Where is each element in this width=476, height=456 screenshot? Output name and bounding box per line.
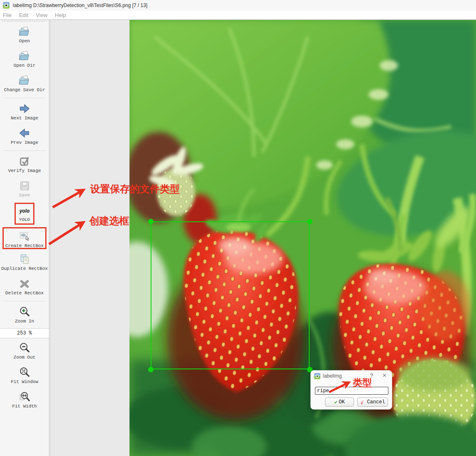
toolbar-label: Create RectBox — [5, 243, 44, 248]
toolbar-button-verify-image[interactable]: Verify Image — [0, 153, 49, 177]
zoom-level-spinbox[interactable]: 253 % — [0, 328, 49, 338]
toolbar-label: Zoom In — [15, 319, 34, 324]
menu-bar: File Edit View Help — [0, 11, 476, 19]
toolbar-label: Fit Width — [12, 404, 37, 409]
menu-edit[interactable]: Edit — [19, 12, 28, 18]
toolbar-button-open[interactable]: Open — [0, 23, 49, 47]
folder-save-icon — [18, 74, 31, 87]
toolbar-button-change-save-dir[interactable]: Change Save Dir — [0, 72, 49, 96]
create-rectbox-icon — [18, 230, 31, 243]
toolbar-label: YOLO — [19, 217, 30, 222]
rectbox-handle-topleft[interactable] — [148, 219, 154, 224]
checkbox-icon — [18, 155, 31, 167]
toolbar-button-duplicate-rectbox[interactable]: Duplicate RectBox — [0, 250, 49, 275]
toolbar-label: Zoom Out — [14, 355, 36, 360]
toolbar-button-delete-rectbox[interactable]: Delete RectBox — [0, 275, 49, 299]
labelimg-window: labelImg D:\StrawberryDetection_v8\TestF… — [0, 0, 476, 456]
toolbar-button-create-rectbox[interactable]: Create RectBox — [2, 227, 46, 249]
toolbar-button-prev-image[interactable]: Prev Image — [0, 124, 49, 149]
zoom-in-icon — [18, 306, 31, 318]
toolbar-label: Duplicate RectBox — [1, 266, 48, 271]
toolbar-button-fit-width[interactable]: Fit Width — [0, 388, 49, 412]
folder-open-dir-icon — [18, 50, 31, 62]
dialog-help-button[interactable]: ? — [370, 372, 373, 379]
app-icon — [3, 2, 10, 9]
cancel-arrow-icon — [360, 400, 366, 405]
arrow-right-icon — [18, 102, 31, 115]
tools-dock: Open Open Dir Change Save Dir Next Ima — [0, 20, 49, 456]
rectbox-handle-bottomleft[interactable] — [148, 367, 154, 372]
menu-view[interactable]: View — [36, 12, 47, 18]
toolbar-button-zoom-out[interactable]: Zoom Out — [0, 339, 49, 364]
cancel-button[interactable]: Cancel — [357, 398, 388, 407]
toolbar-button-format-yolo[interactable]: yolo YOLO — [15, 203, 34, 225]
cancel-button-label: Cancel — [367, 399, 385, 405]
toolbar-button-save[interactable]: Save — [0, 177, 49, 201]
title-bar: labelImg D:\StrawberryDetection_v8\TestF… — [0, 0, 476, 11]
label-dialog: labelImg ? ✕ ✔ OK Cancel — [310, 370, 392, 410]
zoom-out-icon — [18, 342, 31, 354]
zoom-level-value: 253 % — [17, 330, 32, 336]
folder-open-icon — [18, 25, 31, 38]
toolbar-button-next-image[interactable]: Next Image — [0, 100, 49, 124]
delete-x-icon — [18, 277, 31, 290]
duplicate-rectbox-icon — [18, 253, 31, 265]
toolbar-button-fit-window[interactable]: Fit Window — [0, 364, 49, 388]
ok-button-label: OK — [339, 399, 344, 405]
dialog-app-icon — [314, 373, 320, 379]
toolbar-label: Change Save Dir — [4, 87, 45, 92]
toolbar-button-open-dir[interactable]: Open Dir — [0, 47, 49, 72]
toolbar-label: Next Image — [11, 116, 38, 121]
dialog-title-bar: labelImg ? ✕ — [311, 371, 392, 381]
ok-button[interactable]: ✔ OK — [325, 398, 354, 407]
menu-help[interactable]: Help — [55, 12, 66, 18]
check-icon: ✔ — [334, 399, 337, 405]
toolbar-label: Delete RectBox — [5, 291, 44, 296]
rectbox-annotation[interactable] — [151, 221, 310, 369]
window-title: labelImg D:\StrawberryDetection_v8\TestF… — [13, 2, 147, 8]
toolbar-separator — [3, 150, 46, 151]
toolbar-separator — [3, 301, 46, 301]
yolo-format-icon: yolo — [20, 206, 30, 216]
menu-file[interactable]: File — [3, 12, 12, 18]
dialog-title: labelImg — [323, 373, 342, 379]
fit-window-icon — [18, 366, 31, 378]
fit-width-icon — [18, 391, 31, 403]
toolbar-label: Verify Image — [8, 168, 41, 173]
toolbar-separator — [3, 98, 46, 98]
arrow-left-icon — [18, 127, 31, 139]
toolbar-label: Save — [19, 193, 30, 198]
toolbar-label: Fit Window — [11, 379, 38, 384]
toolbar-label: Open Dir — [14, 63, 36, 68]
toolbar-label: Prev Image — [11, 140, 38, 145]
toolbar-label: Open — [19, 39, 30, 44]
rectbox-handle-topright[interactable] — [307, 219, 312, 224]
floppy-disk-icon — [18, 179, 31, 192]
dialog-close-icon[interactable]: ✕ — [382, 372, 387, 378]
label-input[interactable] — [315, 387, 388, 395]
toolbar-button-zoom-in[interactable]: Zoom In — [0, 303, 49, 327]
